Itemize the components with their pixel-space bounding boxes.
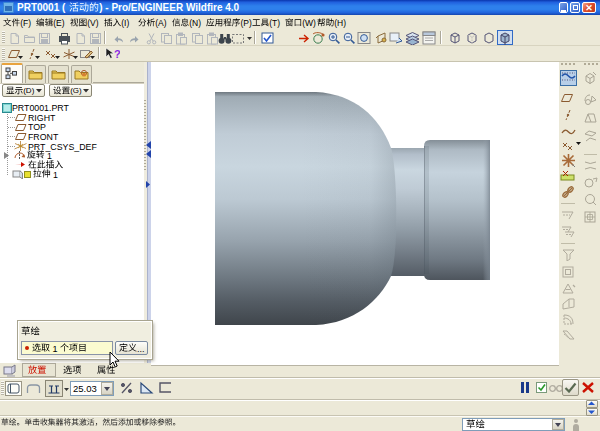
svg-text:?: ? [114,48,120,60]
